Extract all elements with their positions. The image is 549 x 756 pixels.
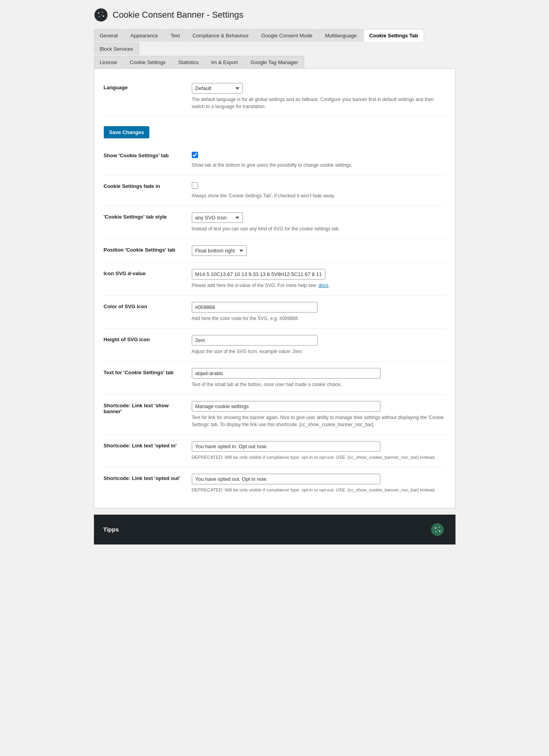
nav-tabs: General Appearance Text Compliance & Beh…	[94, 29, 455, 55]
svg-height-label: Height of SVG icon	[104, 335, 182, 342]
tab-multilanguage[interactable]: Multilanguage	[319, 29, 363, 42]
tipps-label: Tipps	[103, 526, 119, 533]
save-section: Save Changes	[104, 121, 446, 145]
position-select[interactable]: Float bottom right Float bottom left Flo…	[192, 245, 247, 256]
save-button[interactable]: Save Changes	[104, 126, 150, 138]
opted-in-content: DEPRECATED: Will be only visible if comp…	[192, 441, 446, 461]
tab-statistics[interactable]: Statistics	[172, 56, 204, 68]
opted-in-label: Shortcode: Link text 'opted in'	[104, 441, 182, 449]
language-description: The default language is for all global s…	[192, 96, 446, 110]
svg-point-9	[435, 527, 436, 529]
language-row: Language Default The default language is…	[104, 77, 446, 117]
opted-out-content: DEPRECATED: Will be only visible if comp…	[192, 474, 446, 493]
svg-color-description: Add here the color code for the SVG, e.g…	[192, 315, 446, 322]
svg-point-2	[98, 12, 99, 14]
svg-color-content: Add here the color code for the SVG, e.g…	[192, 302, 446, 322]
opted-out-label: Shortcode: Link text 'opted out'	[104, 474, 182, 481]
fade-in-description: Always show the 'Cookie Settings Tab', i…	[192, 192, 446, 199]
opted-in-description: DEPRECATED: Will be only visible if comp…	[192, 454, 446, 461]
show-banner-input[interactable]	[192, 401, 380, 412]
page-title: Cookie Consent Banner - Settings	[113, 10, 244, 20]
tab-cookie-settings-tab[interactable]: Cookie Settings Tab	[364, 29, 424, 42]
show-tab-description: Show tab at the bottom to give users the…	[192, 162, 446, 169]
tab-text-description: Text of the small tab at the botton, onc…	[192, 381, 446, 388]
tab-text-label: Text for 'Cookie Settings' tab	[104, 368, 182, 375]
svg-color-label: Color of SVG icon	[104, 302, 182, 309]
tab-google-tag[interactable]: Google Tag Manager	[244, 56, 304, 68]
page-wrap: Cookie Consent Banner - Settings General…	[86, 0, 463, 560]
opted-out-input[interactable]	[192, 474, 380, 484]
position-row: Position 'Cookie Settings' tab Float bot…	[104, 239, 446, 263]
nav-tabs-row2: License Cookie Settings Statistics Im & …	[94, 56, 455, 68]
tab-style-select[interactable]: any SVG Icon Text	[192, 212, 243, 223]
show-banner-label: Shortcode: Link text 'show banner'	[104, 401, 182, 414]
tab-cookie-settings[interactable]: Cookie Settings	[124, 56, 171, 68]
tab-style-description: Instead of text you can use any kind of …	[192, 225, 446, 232]
show-tab-content: Show tab at the bottom to give users the…	[192, 151, 446, 169]
svg-point-10	[438, 526, 439, 528]
show-banner-row: Shortcode: Link text 'show banner' Text …	[104, 395, 446, 435]
tab-general[interactable]: General	[94, 29, 124, 42]
tab-text[interactable]: Text	[165, 29, 186, 42]
show-tab-checkbox[interactable]	[192, 152, 198, 158]
tab-license[interactable]: License	[94, 56, 123, 68]
svg-d-value-docs-link[interactable]: docs	[318, 283, 328, 288]
svg-d-value-description: Please add here the d-value of the SVG. …	[192, 282, 446, 289]
tab-style-label: 'Cookie Settings' tab style	[104, 212, 182, 220]
fade-in-checkbox[interactable]	[192, 182, 198, 189]
opted-in-input[interactable]	[192, 441, 380, 452]
opted-in-row: Shortcode: Link text 'opted in' DEPRECAT…	[104, 435, 446, 467]
tab-google-consent[interactable]: Google Consent Mode	[255, 29, 318, 42]
tab-text-input[interactable]	[192, 368, 380, 379]
tab-text-content: Text of the small tab at the botton, onc…	[192, 368, 446, 388]
language-label: Language	[104, 83, 182, 90]
show-tab-row: Show 'Cookie Settings' tab Show tab at t…	[104, 145, 446, 175]
tipps-section: Tipps	[94, 515, 455, 544]
fade-in-row: Cookie Settings fade in Always show the …	[104, 175, 446, 206]
plugin-icon	[94, 8, 108, 22]
svg-d-value-content: Please add here the d-value of the SVG. …	[192, 269, 446, 289]
svg-color-row: Color of SVG icon Add here the color cod…	[104, 296, 446, 329]
svg-point-5	[99, 17, 100, 18]
opted-out-description: DEPRECATED: Will be only visible if comp…	[192, 487, 446, 493]
position-label: Position 'Cookie Settings' tab	[104, 245, 182, 253]
show-banner-description: Text for link for showing the banner aga…	[192, 414, 446, 428]
svg-d-value-label: Icon SVG d-value	[104, 269, 182, 276]
page-header: Cookie Consent Banner - Settings	[94, 8, 455, 22]
tab-text-row: Text for 'Cookie Settings' tab Text of t…	[104, 362, 446, 395]
content-area: Language Default The default language is…	[94, 68, 455, 508]
tab-compliance[interactable]: Compliance & Behaviour	[187, 29, 255, 42]
tab-appearance[interactable]: Appearance	[125, 29, 164, 42]
svg-point-11	[439, 530, 441, 532]
tab-block-services[interactable]: Block Services	[94, 42, 139, 55]
fade-in-content: Always show the 'Cookie Settings Tab', i…	[192, 182, 446, 199]
svg-point-13	[437, 529, 438, 530]
svg-height-description: Adjust the size of the SVG Icon, example…	[192, 348, 446, 355]
svg-height-row: Height of SVG icon Adjust the size of th…	[104, 329, 446, 362]
language-content: Default The default language is for all …	[192, 83, 446, 110]
tipps-cookie-icon	[430, 522, 444, 537]
tab-im-export[interactable]: Im & Export	[205, 56, 244, 68]
svg-point-4	[103, 15, 104, 17]
svg-d-value-input[interactable]	[192, 269, 325, 280]
svg-point-6	[101, 15, 101, 15]
position-content: Float bottom right Float bottom left Flo…	[192, 245, 446, 256]
language-select[interactable]: Default	[192, 83, 243, 94]
fade-in-label: Cookie Settings fade in	[104, 182, 182, 189]
svg-height-content: Adjust the size of the SVG Icon, example…	[192, 335, 446, 355]
svg-point-12	[435, 531, 436, 532]
show-tab-label: Show 'Cookie Settings' tab	[104, 151, 182, 158]
opted-out-row: Shortcode: Link text 'opted out' DEPRECA…	[104, 467, 446, 500]
svg-d-value-row: Icon SVG d-value Please add here the d-v…	[104, 263, 446, 296]
svg-point-8	[431, 523, 444, 536]
svg-point-3	[102, 12, 103, 13]
show-banner-content: Text for link for showing the banner aga…	[192, 401, 446, 428]
tab-style-row: 'Cookie Settings' tab style any SVG Icon…	[104, 206, 446, 239]
tipps-icon	[429, 521, 446, 538]
tab-style-content: any SVG Icon Text Instead of text you ca…	[192, 212, 446, 232]
svg-height-input[interactable]	[192, 335, 318, 346]
svg-color-input[interactable]	[192, 302, 318, 313]
